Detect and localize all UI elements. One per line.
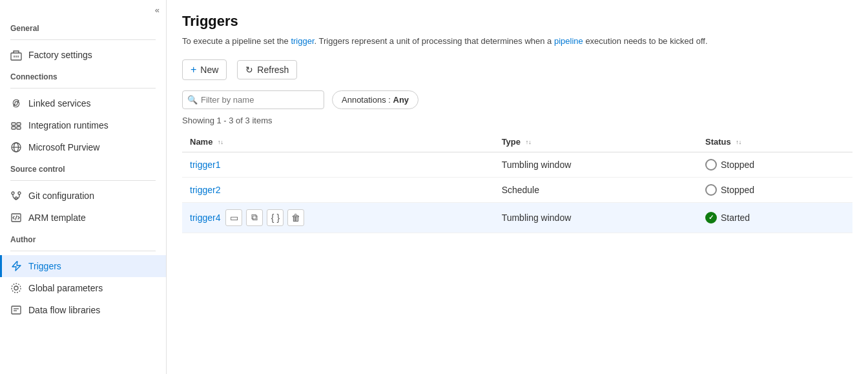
status-badge: Stopped <box>705 159 845 171</box>
sidebar-item-global-parameters-label: Global parameters <box>28 283 103 293</box>
table-cell-status: Stopped <box>698 177 852 202</box>
col-type-label: Type <box>502 137 521 147</box>
new-label: New <box>200 65 218 75</box>
status-badge: Started <box>705 212 845 223</box>
col-status-label: Status <box>705 137 731 147</box>
sidebar-item-factory-settings-label: Factory settings <box>28 50 92 60</box>
section-label-general: General <box>0 17 166 36</box>
filter-input[interactable] <box>182 90 324 109</box>
status-dot-started <box>705 212 717 223</box>
delete-icon[interactable]: 🗑 <box>287 209 304 226</box>
sidebar-item-global-parameters[interactable]: Global parameters <box>0 277 166 299</box>
svg-point-16 <box>12 284 21 293</box>
filter-input-wrap: 🔍 <box>182 90 324 109</box>
svg-rect-5 <box>17 123 21 125</box>
col-header-status[interactable]: Status ↑↓ <box>698 132 852 152</box>
col-header-name[interactable]: Name ↑↓ <box>182 132 494 152</box>
trigger-icon <box>10 260 22 272</box>
integration-icon <box>10 119 22 131</box>
sort-icon-type: ↑↓ <box>526 140 532 145</box>
section-label-author: Author <box>0 229 166 247</box>
status-text: Stopped <box>721 160 754 170</box>
sidebar-item-data-flow-libraries[interactable]: Data flow libraries <box>0 299 166 321</box>
svg-rect-17 <box>12 306 21 314</box>
divider-general <box>10 39 156 40</box>
trigger-link-trigger1[interactable]: trigger1 <box>190 160 220 170</box>
status-dot-stopped <box>705 159 717 171</box>
table-row: trigger4▭⧉{ }🗑Tumbling windowStarted <box>182 202 852 233</box>
filter-row: 🔍 Annotations : Any <box>182 90 852 109</box>
svg-point-11 <box>12 192 14 194</box>
sidebar-item-git-configuration-label: Git configuration <box>28 191 94 201</box>
trigger-link-trigger4[interactable]: trigger4 <box>190 213 220 223</box>
status-text: Stopped <box>721 185 754 195</box>
svg-rect-6 <box>12 127 16 129</box>
annotations-button[interactable]: Annotations : Any <box>332 90 418 109</box>
table-cell-type: Tumbling window <box>494 152 698 177</box>
sidebar-item-linked-services-label: Linked services <box>28 98 91 109</box>
refresh-icon: ↻ <box>245 65 253 75</box>
annotations-value: Any <box>393 95 409 105</box>
main-content: Triggers To execute a pipeline set the t… <box>167 0 868 374</box>
new-icon: + <box>191 64 196 76</box>
table-cell-type: Schedule <box>494 177 698 202</box>
purview-icon <box>10 141 22 153</box>
table-cell-name: trigger4▭⧉{ }🗑 <box>182 202 494 233</box>
table-cell-status: Started <box>698 202 852 233</box>
annotations-label: Annotations <box>342 95 386 105</box>
table-cell-name: trigger2 <box>182 177 494 202</box>
sidebar-collapse-btn[interactable]: « <box>0 0 166 17</box>
triggers-table: Name ↑↓ Type ↑↓ Status ↑↓ trigger1Tumbli… <box>182 132 852 233</box>
count-text: Showing 1 - 3 of 3 items <box>182 116 852 125</box>
sidebar-item-factory-settings[interactable]: Factory settings <box>0 44 166 66</box>
sidebar-item-git-configuration[interactable]: Git configuration <box>0 185 166 207</box>
sidebar-item-arm-template-label: ARM template <box>28 213 86 223</box>
desc-highlight-pipeline: pipeline <box>554 36 583 46</box>
toolbar: + New ↻ Refresh <box>182 59 852 80</box>
refresh-button[interactable]: ↻ Refresh <box>237 60 297 79</box>
table-header-row: Name ↑↓ Type ↑↓ Status ↑↓ <box>182 132 852 152</box>
git-icon <box>10 190 22 202</box>
library-icon <box>10 304 22 316</box>
col-name-label: Name <box>190 137 212 147</box>
table-row: trigger1Tumbling windowStopped <box>182 152 852 177</box>
divider-source-control <box>10 180 156 181</box>
row-actions: ▭⧉{ }🗑 <box>225 209 304 226</box>
sort-icon-name: ↑↓ <box>218 140 223 145</box>
sidebar-item-triggers-label: Triggers <box>28 261 61 271</box>
table-cell-status: Stopped <box>698 152 852 177</box>
sidebar-item-triggers[interactable]: Triggers <box>0 255 166 277</box>
arm-icon <box>10 212 22 223</box>
factory-icon <box>10 49 22 61</box>
sort-icon-status: ↑↓ <box>736 140 741 145</box>
svg-point-15 <box>14 286 18 290</box>
svg-rect-4 <box>12 123 16 125</box>
page-description: To execute a pipeline set the trigger. T… <box>182 35 852 48</box>
sidebar-item-integration-runtimes[interactable]: Integration runtimes <box>0 114 166 136</box>
sidebar: « General Factory settings Connections L… <box>0 0 167 374</box>
col-header-type[interactable]: Type ↑↓ <box>494 132 698 152</box>
status-dot-stopped <box>705 184 717 196</box>
sidebar-item-arm-template[interactable]: ARM template <box>0 207 166 229</box>
sidebar-item-microsoft-purview[interactable]: Microsoft Purview <box>0 136 166 158</box>
new-button[interactable]: + New <box>182 59 227 80</box>
refresh-label: Refresh <box>257 65 289 75</box>
svg-rect-7 <box>17 127 21 129</box>
link-icon <box>10 98 22 109</box>
trigger-link-trigger2[interactable]: trigger2 <box>190 185 220 195</box>
section-label-source-control: Source control <box>0 158 166 176</box>
status-badge: Stopped <box>705 184 845 196</box>
sidebar-item-linked-services[interactable]: Linked services <box>0 92 166 114</box>
copy-icon[interactable]: ⧉ <box>246 209 263 226</box>
params-icon <box>10 282 22 294</box>
svg-point-12 <box>18 192 21 194</box>
search-icon: 🔍 <box>187 95 198 105</box>
status-text: Started <box>721 213 750 223</box>
page-title: Triggers <box>182 13 852 30</box>
json-icon[interactable]: { } <box>267 209 284 226</box>
clone-icon[interactable]: ▭ <box>225 209 242 226</box>
sidebar-item-data-flow-libraries-label: Data flow libraries <box>28 305 100 315</box>
sidebar-item-microsoft-purview-label: Microsoft Purview <box>28 142 99 152</box>
table-cell-name: trigger1 <box>182 152 494 177</box>
table-cell-type: Tumbling window <box>494 202 698 233</box>
